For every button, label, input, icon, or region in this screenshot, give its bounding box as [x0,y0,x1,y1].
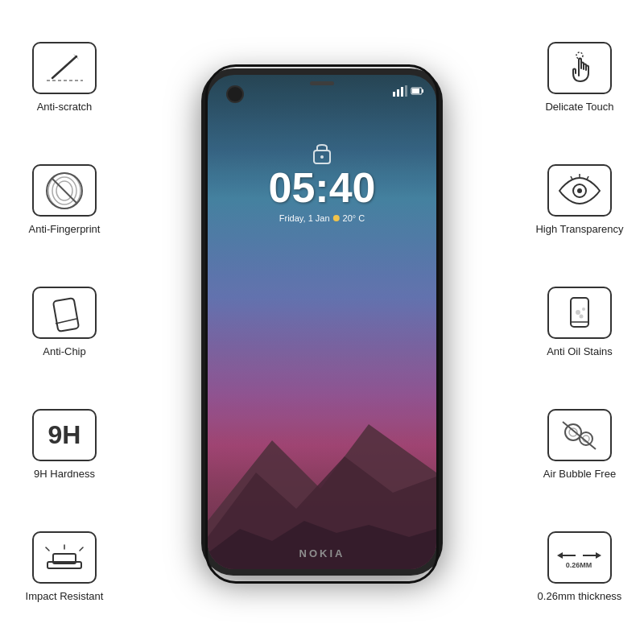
anti-chip-label: Anti-Chip [43,345,85,357]
anti-fingerprint-label: Anti-Fingerprint [29,223,101,235]
anti-scratch-label: Anti-scratch [37,101,93,113]
right-features-column: Delicate Touch High Transparency [515,0,644,644]
svg-point-36 [582,308,585,311]
9h-hardness-label: 9H Hardness [34,468,95,480]
delicate-touch-icon-box [547,42,612,94]
time-display: 05:40 [269,163,376,212]
temp-text: 20° C [343,213,365,223]
svg-rect-8 [53,298,79,332]
thickness-icon-box: 0.26MM [547,531,612,584]
camera-punch-hole [228,87,242,101]
feature-thickness: 0.26MM 0.26mm thickness [538,531,622,602]
air-bubble-icon-box [547,409,612,461]
anti-chip-icon [44,293,85,333]
phone-brand: NOKIA [299,547,345,559]
feature-air-bubble-free: Air Bubble Free [543,409,616,480]
lock-icon [311,139,333,165]
impact-icon [41,539,88,576]
svg-line-0 [52,56,76,78]
svg-rect-19 [397,89,399,97]
date-display: Friday, 1 Jan 20° C [279,213,365,223]
svg-point-29 [577,188,582,193]
feature-delicate-touch: Delicate Touch [545,42,613,113]
svg-rect-24 [412,89,419,93]
anti-oil-icon-box [547,287,612,339]
9h-text: 9H [48,420,81,450]
svg-line-31 [571,176,572,180]
svg-point-37 [580,314,584,318]
phone-screen: 05:40 Friday, 1 Jan 20° C NOKIA [208,75,436,569]
svg-rect-23 [422,89,423,93]
anti-fingerprint-icon-box [32,164,97,217]
svg-marker-44 [557,552,563,559]
feature-anti-oil-stains: Anti Oil Stains [547,287,613,357]
svg-marker-46 [596,552,601,559]
svg-line-14 [80,547,83,551]
svg-line-9 [56,319,76,324]
svg-point-35 [576,310,580,315]
delicate-touch-label: Delicate Touch [545,101,613,113]
left-features-column: Anti-scratch Anti-Fingerprint [0,0,129,644]
high-transparency-icon-box [547,164,612,217]
fingerprint-icon [43,171,87,211]
impact-resistant-label: Impact Resistant [26,590,104,602]
status-icons [393,85,424,97]
feature-high-transparency: High Transparency [535,164,623,235]
thickness-icon: 0.26MM [553,543,605,572]
anti-scratch-icon [43,50,87,86]
phone-container: 05:40 Friday, 1 Jan 20° C NOKIA [201,68,443,576]
signal-icon [393,85,409,97]
svg-rect-18 [393,92,395,97]
9h-icon-box: 9H [32,409,97,461]
phone-outer: 05:40 Friday, 1 Jan 20° C NOKIA [201,68,443,576]
svg-point-26 [320,155,324,159]
feature-anti-scratch: Anti-scratch [32,42,97,113]
anti-oil-icon [559,293,600,333]
anti-scratch-icon-box [32,42,97,94]
date-text: Friday, 1 Jan [279,213,330,223]
status-bar [208,75,436,107]
temp-dot [333,215,340,221]
feature-impact-resistant: Impact Resistant [26,531,104,602]
svg-rect-21 [405,85,407,97]
feature-anti-chip: Anti-Chip [32,287,97,357]
svg-text:0.26MM: 0.26MM [566,561,592,569]
svg-line-32 [587,176,588,180]
anti-chip-icon-box [32,287,97,339]
air-bubble-free-label: Air Bubble Free [543,468,616,480]
mountain-landscape [208,360,436,569]
svg-point-40 [580,432,592,445]
svg-rect-20 [401,87,403,97]
high-transparency-label: High Transparency [535,223,623,235]
feature-9h-hardness: 9H 9H Hardness [32,409,97,480]
impact-resistant-icon-box [32,531,97,584]
battery-icon [411,87,424,95]
touch-icon [559,47,600,89]
thickness-label: 0.26mm thickness [538,590,622,602]
feature-anti-fingerprint: Anti-Fingerprint [29,164,101,235]
svg-line-12 [46,547,49,551]
bubble-icon [557,416,601,455]
main-container: Anti-scratch Anti-Fingerprint [0,0,644,644]
anti-oil-stains-label: Anti Oil Stains [547,345,613,357]
eye-icon [556,174,603,208]
